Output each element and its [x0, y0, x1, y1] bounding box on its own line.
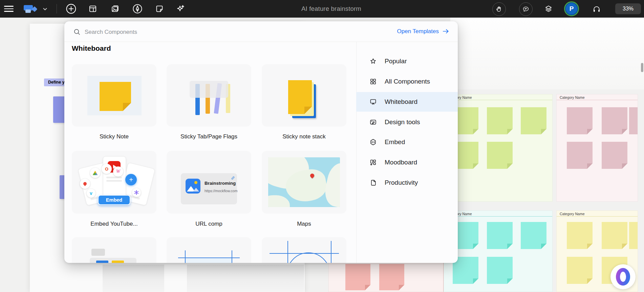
category-label: Productivity: [385, 179, 418, 186]
canvas-top-right-frame: [450, 18, 644, 89]
category-label: All Components: [385, 78, 430, 85]
hand-icon: [495, 5, 503, 13]
category-item-design-tools[interactable]: Design tools: [356, 112, 458, 132]
audio-button[interactable]: [591, 3, 603, 15]
app-logo[interactable]: [24, 5, 39, 14]
category-item-popular[interactable]: Popular: [356, 51, 458, 71]
ruler-fill: [186, 258, 232, 263]
chevron-down-icon[interactable]: [42, 6, 48, 12]
app-window: Define yo Category Name Category Name Ca…: [0, 0, 644, 292]
user-avatar[interactable]: P: [564, 1, 579, 16]
sticky-note[interactable]: [629, 222, 638, 249]
canvas-gray-block[interactable]: [103, 265, 164, 292]
category-item-embed[interactable]: Embed: [356, 132, 458, 152]
asterisk-icon: [134, 190, 139, 195]
slides-badge: [90, 168, 100, 178]
sticky-note[interactable]: [602, 142, 627, 169]
open-templates-link[interactable]: Open Templates: [397, 27, 450, 35]
sparkles-icon: [175, 4, 185, 14]
panel-divider: [64, 42, 458, 42]
logo-shape: [25, 9, 31, 13]
board-title[interactable]: AI feature brainstorm: [301, 5, 361, 13]
ai-tool-button[interactable]: [174, 3, 186, 15]
layers-button[interactable]: [542, 3, 555, 15]
opera-logo[interactable]: [610, 264, 636, 289]
sticky-note[interactable]: [567, 257, 593, 284]
scrollbar-thumb[interactable]: [641, 63, 643, 72]
zoom-level-button[interactable]: 33%: [615, 3, 641, 14]
sticky-note[interactable]: [602, 222, 627, 249]
sticky-note-preview: [100, 82, 131, 111]
sticky-note[interactable]: [487, 142, 513, 169]
moodboard-icon: [369, 158, 377, 166]
url-preview-card: Brainstroming https://mockflow.com: [181, 173, 237, 204]
category-box-pink[interactable]: Category Name: [556, 94, 638, 202]
category-item-all-components[interactable]: All Components: [356, 72, 458, 91]
category-box-title: Category Name: [444, 94, 552, 100]
ruler-tick: [185, 250, 186, 263]
placeholder-line: [106, 177, 122, 178]
canvas-gray-block[interactable]: [187, 265, 304, 292]
search-input[interactable]: [84, 27, 275, 38]
category-box-title: Category Name: [557, 211, 638, 217]
category-box-green[interactable]: Category Name: [444, 94, 553, 202]
component-card-partial-2[interactable]: [167, 237, 251, 263]
category-item-moodboard[interactable]: Moodboard: [356, 153, 458, 172]
sticky-note[interactable]: [567, 142, 593, 169]
sticky-note[interactable]: [487, 222, 513, 249]
sticky-note[interactable]: [567, 222, 593, 249]
category-item-whiteboard[interactable]: Whiteboard: [356, 92, 458, 112]
pan-tool-button[interactable]: [492, 2, 506, 16]
component-card-partial-1[interactable]: [72, 237, 156, 263]
category-box-title: Category Name: [444, 211, 552, 217]
sticky-note[interactable]: [602, 107, 627, 134]
layout-tool-button[interactable]: [87, 3, 99, 15]
sticky-note[interactable]: [521, 222, 546, 249]
w-badge: W: [113, 166, 123, 177]
component-card-partial-3[interactable]: [262, 237, 346, 263]
category-label: Design tools: [385, 118, 420, 126]
category-box-title: Category Name: [557, 94, 638, 100]
placeholder-pill: [91, 249, 105, 256]
chat-icon: [522, 5, 530, 13]
triangle-icon: [93, 171, 98, 175]
sticky-note-tool-button[interactable]: [153, 3, 166, 15]
bar-blue: [96, 261, 108, 263]
category-box-salmon[interactable]: [328, 263, 444, 292]
sticky-note[interactable]: [487, 257, 513, 284]
component-card-maps[interactable]: [262, 151, 346, 214]
ruler-tick: [232, 250, 232, 263]
productivity-icon: [369, 179, 377, 187]
category-box-cyan[interactable]: Category Name: [444, 210, 553, 292]
component-card-embed-youtube[interactable]: O W + v Embed: [72, 151, 156, 214]
sticky-note[interactable]: [521, 107, 546, 134]
bar-yellow: [112, 261, 124, 263]
grid-icon: [369, 77, 377, 86]
curve-line-v: [287, 241, 288, 263]
avatar-initial: P: [570, 5, 574, 13]
sticky-note[interactable]: [487, 107, 513, 134]
map-preview: [268, 157, 340, 207]
add-button[interactable]: [65, 3, 77, 15]
comments-button[interactable]: [519, 2, 533, 16]
category-label: Whiteboard: [385, 98, 417, 106]
sticky-note[interactable]: [345, 264, 370, 290]
hamburger-menu-button[interactable]: [4, 6, 14, 12]
sticky-note[interactable]: [379, 264, 404, 290]
image-tool-button[interactable]: [109, 3, 121, 15]
component-card-sticky-tabs[interactable]: [167, 64, 251, 127]
card-label: Sticky Tab/Page Flags: [167, 133, 251, 140]
category-item-productivity[interactable]: Productivity: [356, 173, 458, 193]
component-picker-panel: Open Templates Whiteboard Sticky Note St…: [64, 21, 458, 263]
sticky-note[interactable]: [567, 107, 593, 134]
component-card-sticky-stack[interactable]: [262, 64, 346, 127]
stack-note-front: [288, 80, 312, 114]
opera-o-icon: [616, 268, 630, 286]
curve-line-v: [331, 241, 331, 263]
component-card-sticky-note[interactable]: [72, 64, 156, 127]
sticky-note[interactable]: [629, 107, 638, 134]
url-card-url: https://mockflow.com: [205, 189, 237, 193]
asterisk-badge: [132, 188, 141, 197]
component-card-url[interactable]: Brainstroming https://mockflow.com: [167, 151, 251, 214]
pen-tool-button[interactable]: [131, 3, 144, 15]
